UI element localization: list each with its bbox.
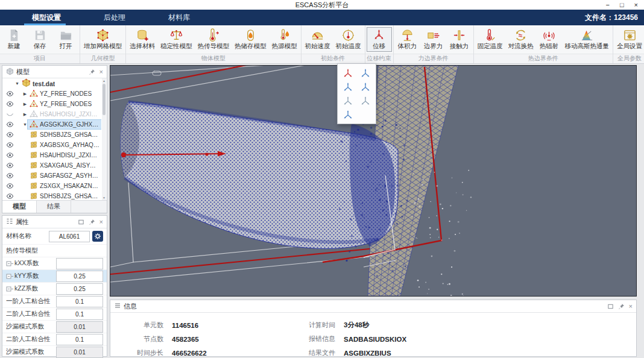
property-row[interactable]: 二阶人工粘合性 <box>2 308 107 321</box>
tree-item[interactable]: XSAXGAUS_AISYAQSH_ASHX <box>2 160 101 171</box>
pin-icon[interactable] <box>89 69 95 75</box>
tree-scrollbar[interactable]: ▲ ▼ <box>102 78 106 200</box>
material-settings-button[interactable] <box>92 231 103 242</box>
radiation-button[interactable]: 热辐射 <box>537 27 562 52</box>
tree-root-item[interactable]: ▼test.dat <box>2 78 101 89</box>
eye-open-icon[interactable] <box>6 141 14 149</box>
property-row[interactable]: 沙漏模式系数 <box>2 321 107 333</box>
property-row[interactable]: kXX系数 <box>2 257 107 270</box>
close-icon[interactable]: × <box>99 218 103 225</box>
heat-storage-button[interactable]: 热储存模型 <box>232 27 269 52</box>
pin-icon[interactable] <box>618 303 625 310</box>
displacement-button[interactable]: 位移 <box>367 27 392 52</box>
eye-open-icon[interactable] <box>6 100 14 108</box>
eye-open-icon[interactable] <box>6 182 14 190</box>
menu-tab-1[interactable]: 模型设置 <box>21 10 69 25</box>
chevron-right-icon[interactable]: ▶ <box>22 112 28 117</box>
axis-triad-option-5[interactable] <box>339 94 356 107</box>
pin-icon[interactable] <box>89 219 95 225</box>
property-row[interactable]: kYY系数 <box>2 270 107 283</box>
axis-triad-option-4[interactable] <box>357 80 374 93</box>
axis-triad-option-7[interactable] <box>339 108 356 121</box>
close-icon[interactable]: × <box>629 303 633 310</box>
eye-open-icon[interactable] <box>6 121 14 128</box>
chevron-down-icon[interactable]: ▼ <box>14 81 20 86</box>
axis-triad-option-6[interactable] <box>357 94 374 107</box>
tree-item[interactable]: ▶YZ_FREE_NODES <box>2 99 101 109</box>
maximize-icon[interactable] <box>78 219 84 225</box>
scroll-thumb[interactable] <box>103 84 106 115</box>
tree-item[interactable]: ▶HSAUHOISU_JZXIUXHAHX <box>2 109 101 119</box>
axis-triad-option-1[interactable] <box>339 66 356 80</box>
minimize-button[interactable]: − <box>605 0 609 10</box>
tree-item[interactable]: ▼AGSGKJKG_GJHXAJKHXA <box>2 119 101 130</box>
tree-item-body[interactable]: AGSGKJKG_GJHXAJKHXA <box>28 120 101 129</box>
tree-item-body[interactable]: HSAUHOISU_JZXIUXHAHX <box>28 110 101 119</box>
property-value-input[interactable] <box>56 347 103 358</box>
scroll-up-icon[interactable]: ▲ <box>102 79 106 83</box>
tree-item-body[interactable]: SDHSBJZS_GHSABJHB_ZAHU <box>28 192 101 200</box>
save-button[interactable]: 保存 <box>27 27 52 52</box>
chevron-down-icon[interactable]: ▼ <box>22 122 28 127</box>
body-force-button[interactable]: 体积力 <box>395 27 420 52</box>
add-mesh-model-button[interactable]: 增加网格模型 <box>81 27 124 52</box>
scroll-down-icon[interactable]: ▼ <box>102 196 106 199</box>
material-name-input[interactable] <box>49 231 90 242</box>
restore-button[interactable]: □ <box>620 0 624 10</box>
menu-tab-3[interactable]: 材料库 <box>157 10 198 25</box>
tree-root-body[interactable]: test.dat <box>20 79 57 88</box>
menu-tab-2[interactable]: 后处理 <box>92 10 134 25</box>
contact-force-button[interactable]: 接触力 <box>447 27 472 52</box>
close-icon[interactable]: × <box>99 68 103 75</box>
tree-item-body[interactable]: XAGBSXG_AYHAQBJ <box>28 140 101 149</box>
tree-item[interactable]: SDHSBJZS_GHSABJHB_ZAHU <box>2 191 101 200</box>
panel-tab-results[interactable]: 结果 <box>37 201 71 213</box>
select-material-button[interactable]: 选择材料 <box>127 27 157 52</box>
moving-gauss-flux-button[interactable]: 移动高斯热通量 <box>563 27 612 52</box>
tree-item[interactable]: HSAUHDISU_JZXIUXHAHX <box>2 150 101 160</box>
chevron-right-icon[interactable]: ▶ <box>22 102 28 107</box>
tree-item-body[interactable]: YZ_FREE_NODES <box>28 89 93 98</box>
axis-triad-option-3[interactable] <box>339 80 356 93</box>
eye-open-icon[interactable] <box>6 90 14 98</box>
tree-item[interactable]: SDHSBJZS_GHSABJHB_ZAHU <box>2 130 101 140</box>
tree-item[interactable]: XAGBSXG_AYHAQBJ <box>2 140 101 150</box>
tree-item-body[interactable]: SDHSBJZS_GHSABJHB_ZAHU <box>28 130 101 139</box>
property-row[interactable]: 沙漏模式系数 <box>2 346 107 358</box>
stability-model-button[interactable]: 稳定性模型 <box>158 27 195 52</box>
convection-button[interactable]: 对流换热 <box>506 27 536 52</box>
property-row[interactable]: kZZ系数 <box>2 283 107 295</box>
property-value-input[interactable] <box>56 321 103 333</box>
fixed-temperature-button[interactable]: 固定温度 <box>475 27 505 52</box>
maximize-icon[interactable] <box>607 303 614 310</box>
initial-velocity-button[interactable]: 初始速度 <box>303 27 333 52</box>
tree-item-body[interactable]: HSAUHDISU_JZXIUXHAHX <box>28 151 101 160</box>
property-row[interactable]: 二阶人工粘合性 <box>2 333 107 346</box>
heat-source-button[interactable]: 热源模型 <box>270 27 300 52</box>
tree-item[interactable]: ZSXGX_HSAKAZNZXK_AHASX <box>2 181 101 191</box>
panel-tab-model[interactable]: 模型 <box>2 201 37 213</box>
global-settings-button[interactable]: 全局设置 <box>614 27 644 52</box>
close-button[interactable]: × <box>634 0 638 10</box>
boundary-force-button[interactable]: 边界力 <box>421 27 446 52</box>
property-value-input[interactable] <box>56 309 103 320</box>
tree-item-body[interactable]: ZSXGX_HSAKAZNZXK_AHASX <box>28 181 101 190</box>
eye-open-icon[interactable] <box>6 151 14 159</box>
initial-temperature-button[interactable]: 初始温度 <box>333 27 364 52</box>
eye-open-icon[interactable] <box>6 172 14 180</box>
property-value-input[interactable] <box>56 258 103 269</box>
eye-open-icon[interactable] <box>6 131 14 139</box>
open-folder-button[interactable]: 打开 <box>53 27 78 52</box>
property-value-input[interactable] <box>56 283 103 295</box>
property-value-input[interactable] <box>56 271 103 282</box>
eye-open-icon[interactable] <box>6 162 14 169</box>
property-value-input[interactable] <box>56 334 103 345</box>
heat-conduction-button[interactable]: 热传导模型 <box>195 27 232 52</box>
tree-item-body[interactable]: SAGFASGZ_ASYHHXSN <box>28 171 101 180</box>
new-file-button[interactable]: 新建 <box>1 27 27 52</box>
tree-item[interactable]: SAGFASGZ_ASYHHXSN <box>2 171 101 181</box>
property-row[interactable]: 一阶人工粘合性 <box>2 295 107 308</box>
chevron-right-icon[interactable]: ▶ <box>22 92 28 96</box>
tree-item[interactable]: ▶YZ_FREE_NODES <box>2 89 101 99</box>
tree-item-body[interactable]: YZ_FREE_NODES <box>28 99 93 108</box>
